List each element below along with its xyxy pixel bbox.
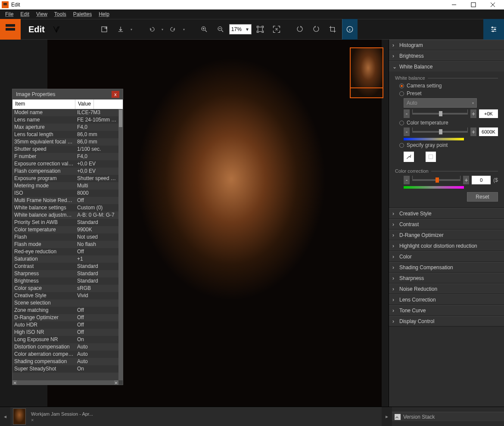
- cc-minus-button[interactable]: -: [404, 176, 410, 184]
- redo-button[interactable]: [165, 22, 181, 37]
- property-value: Auto: [75, 351, 118, 358]
- filmstrip-thumbnail[interactable]: [13, 408, 26, 425]
- color-temp-plus-button[interactable]: +: [470, 127, 476, 136]
- property-value: 86,0 mm: [75, 131, 118, 138]
- filmstrip-next-button[interactable]: ▸: [382, 407, 392, 426]
- wb-preset-radio[interactable]: Preset: [399, 90, 498, 96]
- panel-lens-correction[interactable]: ›Lens Correction: [389, 294, 504, 305]
- panel-creative-style[interactable]: ›Creative Style: [389, 208, 504, 218]
- wb-preset-dropdown[interactable]: Auto▾: [404, 98, 477, 108]
- image-properties-titlebar[interactable]: Image Properties x: [12, 89, 123, 100]
- panel-shading-compensation[interactable]: ›Shading Compensation: [389, 262, 504, 272]
- property-row: Creative StyleVivid: [12, 292, 118, 299]
- wb-gray-point-radio[interactable]: Specify gray point: [399, 142, 498, 148]
- reset-button[interactable]: Reset: [467, 192, 498, 202]
- save-dropdown-icon[interactable]: ▾: [129, 28, 134, 31]
- gray-point-region-button[interactable]: [426, 152, 436, 162]
- color-temp-value[interactable]: 6000K: [479, 127, 498, 136]
- adjustments-panel-button[interactable]: [483, 19, 504, 40]
- version-stack-header[interactable]: Version Stack: [392, 412, 504, 421]
- redo-dropdown-icon[interactable]: ▾: [182, 28, 186, 31]
- close-button[interactable]: [483, 0, 502, 9]
- rotate-right-button[interactable]: [308, 22, 324, 37]
- property-row: Model nameILCE-7M3: [12, 109, 118, 116]
- preset-shift-minus-button[interactable]: -: [404, 109, 410, 118]
- panel-noise-reduction[interactable]: ›Noise Reduction: [389, 283, 504, 294]
- svg-point-9: [492, 27, 493, 28]
- wb-group-label: White balance: [395, 75, 425, 81]
- undo-button[interactable]: [144, 22, 159, 37]
- image-properties-window[interactable]: Image Properties x Item Value Model name…: [12, 89, 123, 385]
- fit-screen-button[interactable]: [252, 22, 268, 37]
- scroll-right-icon[interactable]: ▸: [114, 380, 118, 385]
- property-name: Multi Frame Noise Reduct.: [12, 197, 75, 204]
- vertical-scrollbar[interactable]: [118, 109, 123, 380]
- maximize-button[interactable]: [464, 0, 483, 9]
- panel-histogram[interactable]: ›Histogram: [389, 40, 504, 50]
- panel-d-range-optimizer[interactable]: ›D-Range Optimizer: [389, 230, 504, 240]
- cc-value[interactable]: 0: [472, 176, 491, 184]
- menu-tools[interactable]: Tools: [51, 11, 70, 17]
- property-name: Metering mode: [12, 182, 75, 190]
- zoom-out-button[interactable]: [213, 22, 228, 37]
- cc-plus-button[interactable]: +: [463, 176, 469, 184]
- image-properties-title: Image Properties: [16, 91, 55, 97]
- menu-view[interactable]: View: [33, 11, 51, 17]
- property-value: F4,0: [75, 124, 118, 131]
- actual-size-button[interactable]: [269, 22, 284, 37]
- property-name: Exposure program: [12, 175, 75, 182]
- color-temp-minus-button[interactable]: -: [404, 127, 410, 136]
- menu-help[interactable]: Help: [95, 11, 113, 17]
- svg-point-10: [495, 29, 496, 30]
- crop-button[interactable]: [325, 22, 340, 37]
- property-row: Scene selection: [12, 299, 118, 307]
- rotate-left-button[interactable]: [292, 22, 308, 37]
- zoom-input[interactable]: ▾: [229, 24, 252, 34]
- property-name: Lens focal length: [12, 131, 75, 138]
- menu-edit[interactable]: Edit: [17, 11, 33, 17]
- panel-tone-curve[interactable]: ›Tone Curve: [389, 305, 504, 315]
- wb-camera-setting-radio[interactable]: Camera setting: [399, 83, 498, 89]
- panel-brightness[interactable]: ›Brightness: [389, 50, 504, 61]
- color-temp-slider[interactable]: [412, 131, 468, 133]
- panel-color[interactable]: ›Color: [389, 251, 504, 261]
- image-properties-close-button[interactable]: x: [112, 91, 119, 98]
- zoom-field[interactable]: [231, 26, 245, 32]
- property-value: Multi: [75, 182, 118, 190]
- chevron-right-icon: ›: [392, 243, 398, 249]
- menu-palettes[interactable]: Palettes: [70, 11, 95, 17]
- chevron-right-icon: ›: [392, 232, 398, 238]
- preset-shift-value[interactable]: +0K: [479, 109, 498, 118]
- zoom-dropdown-icon[interactable]: ▾: [245, 26, 249, 32]
- export-button[interactable]: [96, 22, 112, 37]
- column-header-value[interactable]: Value: [75, 100, 94, 109]
- navigator-thumbnail[interactable]: [350, 47, 383, 98]
- panel-highlight-color-distortion-reduction[interactable]: ›Highlight color distortion reduction: [389, 240, 504, 251]
- wb-color-temp-radio[interactable]: Color temperature: [399, 120, 498, 126]
- panel-display-control[interactable]: ›Display Control: [389, 316, 504, 326]
- column-header-item[interactable]: Item: [12, 100, 75, 109]
- scroll-left-icon[interactable]: ◂: [12, 380, 17, 385]
- panel-white-balance[interactable]: ⌄White Balance: [389, 61, 504, 72]
- preset-shift-plus-button[interactable]: +: [470, 109, 476, 118]
- chevron-right-icon: ›: [392, 297, 398, 303]
- save-button[interactable]: [113, 22, 128, 37]
- property-row: Super SteadyShotOn: [12, 365, 118, 373]
- gray-point-picker-button[interactable]: [404, 152, 414, 162]
- zoom-in-button[interactable]: [196, 22, 212, 37]
- panel-contrast[interactable]: ›Contrast: [389, 219, 504, 229]
- filmstrip-prev-button[interactable]: ◂: [0, 407, 10, 426]
- horizontal-scrollbar[interactable]: ◂ ▸: [12, 380, 118, 385]
- filmstrip-close-button[interactable]: ×: [28, 417, 96, 423]
- preset-shift-slider[interactable]: [412, 113, 468, 115]
- menu-file[interactable]: File: [2, 11, 17, 17]
- minimize-button[interactable]: [444, 0, 464, 9]
- canvas[interactable]: Image Properties x Item Value Model name…: [0, 40, 389, 407]
- viewer-mode-icon[interactable]: [53, 25, 60, 33]
- property-value: Standard: [75, 263, 118, 270]
- info-button[interactable]: [342, 19, 358, 40]
- undo-dropdown-icon[interactable]: ▾: [160, 28, 165, 31]
- panel-sharpness[interactable]: ›Sharpness: [389, 273, 504, 283]
- property-row: Flash compensation+0,0 EV: [12, 168, 118, 175]
- cc-slider[interactable]: [412, 179, 460, 181]
